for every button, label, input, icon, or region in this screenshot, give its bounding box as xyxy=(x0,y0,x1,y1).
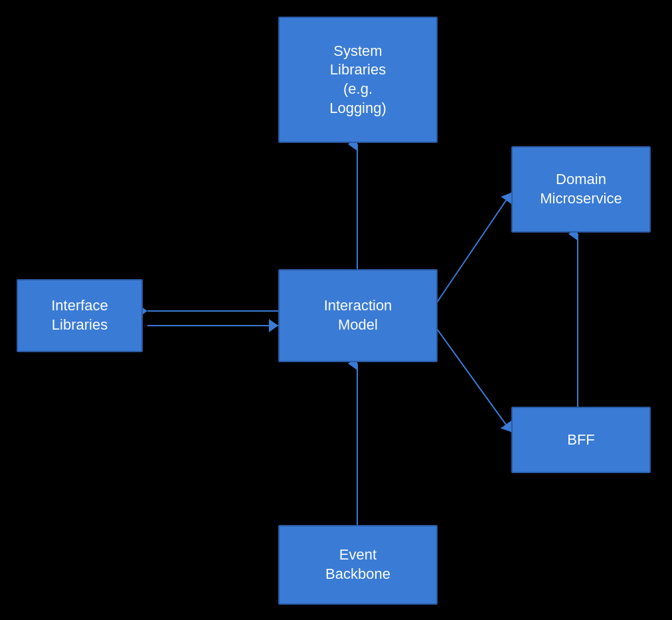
svg-line-4 xyxy=(437,329,511,432)
bff-box: BFF xyxy=(511,407,651,473)
interface-libraries-box: InterfaceLibraries xyxy=(17,279,143,352)
domain-microservice-box: DomainMicroservice xyxy=(511,146,651,233)
svg-line-3 xyxy=(437,193,511,302)
event-backbone-box: EventBackbone xyxy=(278,525,438,605)
diagram-container: SystemLibraries(e.g.Logging) Interaction… xyxy=(0,0,672,620)
interaction-model-box: InteractionModel xyxy=(278,269,438,362)
system-libraries-box: SystemLibraries(e.g.Logging) xyxy=(278,17,438,143)
